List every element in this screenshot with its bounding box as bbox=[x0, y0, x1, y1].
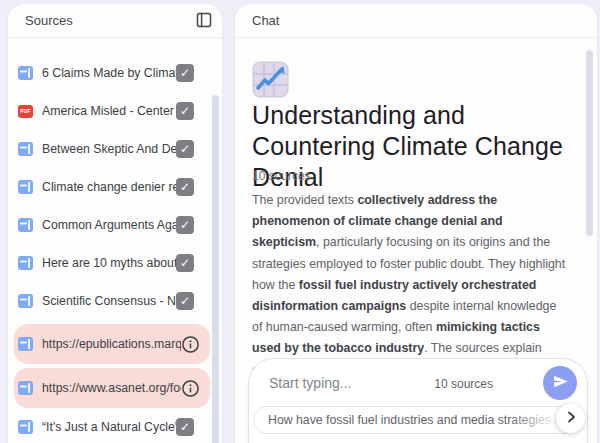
web-source-icon bbox=[18, 294, 33, 308]
source-title: Here are 10 myths about clim... bbox=[42, 256, 176, 270]
source-checkbox[interactable]: ✓ bbox=[176, 178, 194, 196]
sources-panel-title: Sources bbox=[25, 13, 73, 28]
source-list-item[interactable]: Climate change denier rebutt... ✓ bbox=[14, 168, 210, 206]
source-title: 6 Claims Made by Climate Ch... bbox=[42, 66, 176, 80]
web-source-icon bbox=[18, 420, 33, 434]
source-list-item[interactable]: https://epublications.marque... bbox=[14, 324, 210, 364]
chat-input-container: Start typing... 10 sources How have foss… bbox=[248, 358, 588, 443]
source-checkbox[interactable]: ✓ bbox=[176, 254, 194, 272]
source-checkbox[interactable]: ✓ bbox=[176, 418, 194, 436]
collapse-panel-icon bbox=[196, 12, 212, 32]
source-title: Climate change denier rebutt... bbox=[42, 180, 176, 194]
web-source-icon bbox=[18, 218, 33, 232]
send-button[interactable] bbox=[543, 366, 577, 400]
chat-header: Chat bbox=[235, 4, 597, 38]
info-icon[interactable] bbox=[181, 379, 200, 398]
source-list-item[interactable]: 6 Claims Made by Climate Ch... ✓ bbox=[14, 54, 210, 92]
send-icon bbox=[552, 373, 569, 394]
sources-panel: Sources 6 Claims Made by Climate Ch... ✓… bbox=[8, 4, 222, 443]
source-list-item[interactable]: https://www.asanet.org/footn... bbox=[14, 368, 210, 408]
chevron-right-icon bbox=[564, 410, 578, 428]
pdf-source-icon: PDF bbox=[18, 105, 33, 118]
web-source-icon bbox=[18, 381, 33, 395]
info-icon[interactable] bbox=[181, 335, 200, 354]
source-title: America Misled - Center for ... bbox=[42, 104, 176, 118]
chat-scrollbar[interactable] bbox=[586, 50, 593, 236]
source-list-item[interactable]: Scientific Consensus - NASA ... ✓ bbox=[14, 282, 210, 320]
web-source-icon bbox=[18, 142, 33, 156]
chart-increasing-emoji-icon bbox=[252, 61, 289, 102]
source-list-item[interactable]: Between Skeptic And Denier:... ✓ bbox=[14, 130, 210, 168]
source-checkbox[interactable]: ✓ bbox=[176, 102, 194, 120]
source-title: https://epublications.marque... bbox=[42, 337, 181, 351]
sources-list: 6 Claims Made by Climate Ch... ✓ PDF Ame… bbox=[8, 54, 222, 443]
sources-scrollbar[interactable] bbox=[212, 95, 219, 443]
source-checkbox[interactable]: ✓ bbox=[176, 292, 194, 310]
source-checkbox[interactable]: ✓ bbox=[176, 216, 194, 234]
web-source-icon bbox=[18, 256, 33, 270]
source-list-item[interactable]: Common Arguments Against ... ✓ bbox=[14, 206, 210, 244]
source-checkbox[interactable]: ✓ bbox=[176, 140, 194, 158]
source-title: Between Skeptic And Denier:... bbox=[42, 142, 176, 156]
suggested-question-chip[interactable]: How have fossil fuel industries and medi… bbox=[253, 406, 579, 434]
chat-input[interactable]: Start typing... bbox=[269, 375, 351, 391]
web-source-icon bbox=[18, 66, 33, 80]
source-list-item[interactable]: Here are 10 myths about clim... ✓ bbox=[14, 244, 210, 282]
source-title: Common Arguments Against ... bbox=[42, 218, 176, 232]
sources-header: Sources bbox=[8, 4, 222, 38]
chat-panel: Chat Understanding and Countering Climat… bbox=[235, 4, 597, 443]
chat-input-sources-count: 10 sources bbox=[434, 377, 493, 391]
source-checkbox[interactable]: ✓ bbox=[176, 64, 194, 82]
source-list-item[interactable]: “It's Just a Natural Cycle” | C... ✓ bbox=[14, 408, 210, 443]
source-title: https://www.asanet.org/footn... bbox=[42, 381, 181, 395]
source-title: “It's Just a Natural Cycle” | C... bbox=[42, 420, 176, 434]
web-source-icon bbox=[18, 180, 33, 194]
chat-panel-title: Chat bbox=[252, 13, 279, 28]
source-list-item[interactable]: PDF America Misled - Center for ... ✓ bbox=[14, 92, 210, 130]
notebook-sources-count: 10 sources bbox=[252, 169, 311, 183]
web-source-icon bbox=[18, 337, 33, 351]
collapse-panel-button[interactable] bbox=[193, 11, 215, 33]
next-suggestion-button[interactable] bbox=[556, 404, 585, 433]
source-title: Scientific Consensus - NASA ... bbox=[42, 294, 176, 308]
